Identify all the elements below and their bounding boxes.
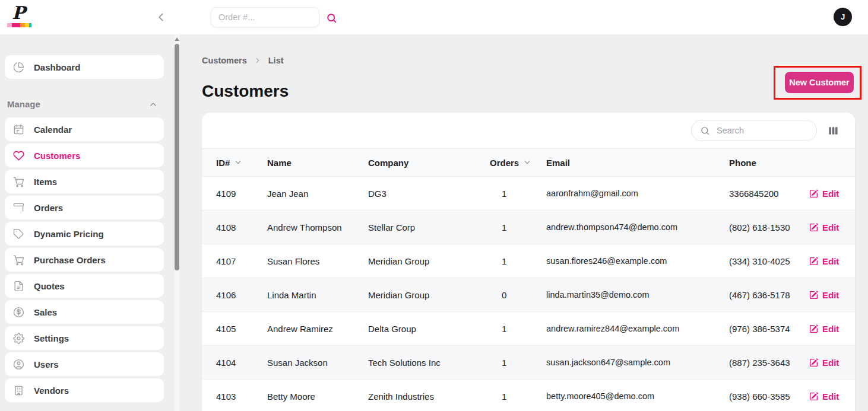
scrollbar-thumb[interactable]	[175, 44, 179, 270]
sidebar-item-orders[interactable]: Orders	[5, 196, 164, 219]
archive-box-icon	[13, 202, 24, 214]
cell-email: betty.moore405@demo.com	[546, 391, 729, 401]
edit-label: Edit	[822, 222, 839, 232]
new-customer-button[interactable]: New Customer	[785, 72, 854, 93]
table-row: 4107 Susan Flores Meridian Group 1 susan…	[202, 244, 855, 278]
breadcrumb-list[interactable]: List	[268, 56, 284, 65]
edit-icon	[809, 358, 818, 367]
cell-email: aaronfrahm@gmail.com	[546, 189, 729, 198]
sidebar-item-dynamic-pricing[interactable]: Dynamic Pricing	[5, 222, 164, 246]
cell-phone: (938) 660-3585	[729, 391, 809, 402]
table-row: 4106 Linda Martin Meridian Group 0 linda…	[202, 278, 855, 312]
cell-id: 4103	[216, 391, 267, 402]
sidebar-item-label: Customers	[34, 151, 80, 161]
chevron-right-icon	[254, 56, 262, 65]
logo-letter: P	[7, 3, 34, 23]
cell-company: DG3	[368, 189, 490, 199]
cell-name: Susan Jackson	[267, 358, 368, 368]
sidebar-scrollbar[interactable]	[174, 34, 180, 411]
edit-icon	[809, 257, 818, 266]
logo-color-bar	[7, 23, 31, 27]
table-search-input[interactable]	[715, 125, 808, 136]
sidebar-item-label: Users	[34, 359, 59, 369]
edit-link[interactable]: Edit	[809, 256, 839, 266]
cell-phone: (976) 386-5374	[729, 324, 809, 334]
edit-icon	[809, 392, 818, 401]
cell-phone: (334) 310-4025	[729, 256, 809, 266]
building-icon	[13, 385, 24, 396]
table-row: 4104 Susan Jackson Tech Solutions Inc 1 …	[202, 346, 855, 380]
cell-phone: (802) 618-1530	[729, 222, 809, 232]
edit-link[interactable]: Edit	[809, 189, 839, 199]
cell-name: Andrew Ramirez	[267, 324, 368, 334]
cell-email: susan.jackson647@sample.com	[546, 358, 729, 367]
user-avatar[interactable]: J	[834, 8, 852, 26]
sidebar-item-label: Vendors	[34, 385, 69, 396]
cart-icon	[13, 176, 24, 187]
pie-chart-icon	[13, 62, 24, 73]
sort-chevron-down-icon[interactable]	[234, 158, 242, 167]
table-row: 4105 Andrew Ramirez Delta Group 1 andrew…	[202, 312, 855, 346]
breadcrumb: Customers List	[202, 56, 284, 65]
sort-chevron-down-icon[interactable]	[523, 158, 531, 167]
sidebar-item-users[interactable]: Users	[5, 352, 164, 376]
edit-label: Edit	[822, 256, 839, 266]
scroll-up-arrow-icon[interactable]	[175, 37, 179, 41]
cell-name: Linda Martin	[267, 290, 368, 300]
back-chevron-icon[interactable]	[154, 11, 167, 24]
cell-phone: (887) 235-3643	[729, 358, 809, 368]
edit-label: Edit	[822, 189, 839, 199]
column-header-phone: Phone	[729, 158, 809, 168]
search-icon	[700, 126, 710, 136]
cell-name: Jean Jean	[267, 189, 368, 199]
sidebar-item-calendar[interactable]: Calendar	[5, 117, 164, 141]
chevron-up-icon	[148, 100, 158, 109]
edit-icon	[809, 223, 818, 232]
edit-link[interactable]: Edit	[809, 324, 839, 334]
cell-company: Zenith Industries	[368, 391, 490, 402]
cell-orders: 0	[490, 290, 546, 300]
sidebar-item-sales[interactable]: Sales	[5, 300, 164, 324]
edit-link[interactable]: Edit	[809, 222, 839, 232]
cell-email: andrew.ramirez844@example.com	[546, 324, 729, 333]
cell-orders: 1	[490, 324, 546, 334]
cell-id: 4107	[216, 256, 267, 266]
sidebar-item-customers[interactable]: Customers	[5, 144, 164, 167]
sidebar-item-purchase-orders[interactable]: Purchase Orders	[5, 248, 164, 272]
columns-icon[interactable]	[828, 125, 839, 136]
app-logo[interactable]: P	[7, 3, 34, 27]
cell-email: susan.flores246@example.com	[546, 256, 729, 266]
sidebar-item-items[interactable]: Items	[5, 170, 164, 193]
column-header-orders[interactable]: Orders	[490, 158, 546, 168]
search-icon[interactable]	[326, 12, 337, 24]
column-header-id[interactable]: ID#	[216, 158, 267, 168]
table-body: 4109 Jean Jean DG3 1 aaronfrahm@gmail.co…	[202, 177, 855, 411]
table-search[interactable]	[691, 120, 817, 141]
sidebar-item-quotes[interactable]: Quotes	[5, 274, 164, 298]
edit-icon	[809, 189, 818, 198]
table-header-row: ID# Name Company Orders Email Ph	[202, 148, 855, 177]
edit-link[interactable]: Edit	[809, 290, 839, 300]
sidebar-item-settings[interactable]: Settings	[5, 326, 164, 350]
edit-link[interactable]: Edit	[809, 391, 839, 402]
cell-phone: (467) 636-5178	[729, 290, 809, 300]
cell-orders: 1	[490, 391, 546, 402]
order-search-input[interactable]	[211, 7, 319, 27]
document-icon	[13, 281, 24, 292]
sidebar-item-vendors[interactable]: Vendors	[5, 378, 164, 402]
column-header-company: Company	[368, 158, 490, 168]
breadcrumb-customers[interactable]: Customers	[202, 56, 247, 65]
sidebar-item-dashboard[interactable]: Dashboard	[5, 55, 164, 79]
cell-phone: 3366845200	[729, 189, 809, 199]
sidebar-section-manage[interactable]: Manage	[5, 99, 164, 109]
cell-name: Betty Moore	[267, 391, 368, 402]
sidebar: Dashboard Manage Calendar Customers Item…	[0, 34, 174, 411]
calendar-icon	[13, 124, 24, 135]
sidebar-item-label: Sales	[34, 307, 57, 317]
column-header-name: Name	[267, 158, 368, 168]
heart-icon	[13, 150, 24, 161]
cell-company: Delta Group	[368, 324, 490, 334]
cell-name: Andrew Thompson	[267, 222, 368, 232]
main-content: Customers List Customers New Customer ID…	[180, 34, 868, 411]
edit-link[interactable]: Edit	[809, 358, 839, 368]
